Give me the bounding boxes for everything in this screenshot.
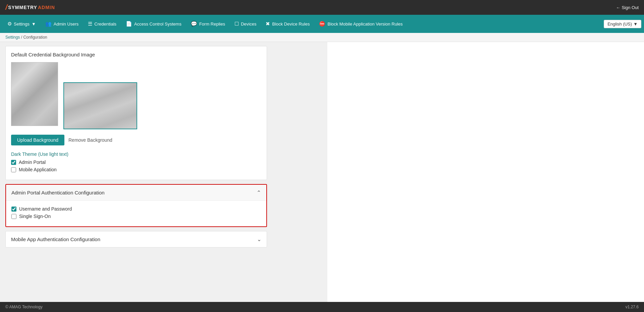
mobile-auth-title: Mobile App Authentication Configuration	[11, 236, 100, 242]
credential-bg-preview	[63, 82, 137, 129]
nav-credentials[interactable]: ☰ Credentials	[83, 15, 121, 33]
block-device-icon: ✖	[266, 21, 270, 27]
single-signon-label: Single Sign-On	[19, 214, 51, 219]
nav-settings-label: Settings	[14, 21, 30, 27]
nav-credentials-label: Credentials	[94, 21, 116, 27]
username-password-label: Username and Password	[19, 206, 72, 212]
auth-panel-body: Username and Password Single Sign-On	[6, 201, 266, 226]
nav-devices[interactable]: ☐ Devices	[230, 15, 261, 33]
credentials-icon: ☰	[88, 21, 92, 27]
logo-symmetry-text: SYMMETRY	[8, 5, 37, 10]
form-replies-icon: 💬	[191, 21, 197, 27]
sign-out-button[interactable]: ← Sign Out	[616, 5, 639, 10]
settings-icon: ⚙	[7, 21, 12, 27]
sign-out-icon: ←	[616, 5, 620, 10]
background-button-row: Upload Background Remove Background	[11, 135, 261, 145]
nav-block-device-rules-label: Block Device Rules	[272, 21, 310, 27]
main-content: Default Credential Background Image Uplo…	[0, 42, 644, 302]
auth-panel-chevron-icon: ⌃	[257, 189, 261, 196]
sign-out-label: Sign Out	[622, 5, 639, 10]
auth-config-panel: Admin Portal Authentication Configuratio…	[5, 184, 267, 227]
nav-form-replies-label: Form Replies	[199, 21, 225, 27]
breadcrumb-separator: /	[20, 35, 23, 40]
dark-theme-label: Dark Theme (Use light text)	[11, 151, 261, 157]
logo-icon: /	[5, 3, 7, 12]
auth-config-title: Admin Portal Authentication Configuratio…	[11, 190, 105, 195]
preview-image	[64, 83, 137, 129]
logo: / SYMMETRY ADMIN	[5, 3, 55, 12]
admin-portal-checkbox[interactable]	[11, 160, 16, 165]
nav-admin-users-label: Admin Users	[54, 21, 78, 27]
language-selector[interactable]: English (US) ▼	[604, 20, 641, 28]
upload-background-button[interactable]: Upload Background	[11, 135, 64, 145]
breadcrumb-settings[interactable]: Settings	[5, 35, 20, 40]
nav-block-mobile-app-label: Block Mobile Application Version Rules	[327, 21, 402, 27]
thumbnail-image	[11, 62, 58, 126]
nav-form-replies[interactable]: 💬 Form Replies	[186, 15, 230, 33]
language-dropdown-icon: ▼	[633, 21, 638, 27]
username-password-checkbox[interactable]	[11, 207, 16, 212]
footer: © AMAG Technology v1.27.6	[0, 302, 644, 312]
settings-dropdown-icon: ▼	[32, 21, 36, 27]
right-panel	[327, 42, 644, 302]
nav-admin-users[interactable]: 👥 Admin Users	[41, 15, 83, 33]
devices-icon: ☐	[234, 21, 239, 27]
single-signon-row: Single Sign-On	[11, 214, 261, 219]
logo-admin-text: ADMIN	[38, 5, 55, 10]
mobile-auth-panel: Mobile App Authentication Configuration …	[5, 231, 267, 248]
username-password-row: Username and Password	[11, 206, 261, 212]
nav-access-control[interactable]: 📄 Access Control Systems	[121, 15, 186, 33]
nav-block-mobile-app[interactable]: ⛔ Block Mobile Application Version Rules	[314, 15, 407, 33]
image-row	[11, 62, 261, 129]
footer-copyright: © AMAG Technology	[5, 305, 43, 309]
nav-bar: ⚙ Settings ▼ 👥 Admin Users ☰ Credentials…	[0, 15, 644, 33]
access-control-icon: 📄	[126, 21, 132, 27]
breadcrumb-configuration: Configuration	[23, 35, 47, 40]
single-signon-checkbox[interactable]	[11, 214, 16, 219]
breadcrumb: Settings / Configuration	[0, 33, 644, 42]
admin-users-icon: 👥	[45, 21, 52, 27]
remove-background-button[interactable]: Remove Background	[68, 135, 112, 145]
mobile-panel-header[interactable]: Mobile App Authentication Configuration …	[6, 231, 267, 247]
mobile-app-checkbox[interactable]	[11, 167, 16, 172]
footer-version: v1.27.6	[626, 305, 639, 309]
mobile-panel-chevron-icon: ⌄	[257, 236, 261, 242]
nav-settings[interactable]: ⚙ Settings ▼	[3, 15, 41, 33]
block-mobile-icon: ⛔	[319, 21, 325, 27]
nav-block-device-rules[interactable]: ✖ Block Device Rules	[261, 15, 314, 33]
nav-access-control-label: Access Control Systems	[134, 21, 181, 27]
credential-bg-thumbnail	[11, 62, 58, 126]
content-area: Default Credential Background Image Uplo…	[0, 42, 327, 302]
admin-portal-checkbox-row: Admin Portal	[11, 160, 261, 165]
language-label: English (US)	[607, 21, 632, 27]
auth-panel-header[interactable]: Admin Portal Authentication Configuratio…	[6, 185, 266, 201]
admin-portal-label: Admin Portal	[19, 160, 46, 165]
credential-bg-panel: Default Credential Background Image Uplo…	[5, 46, 267, 180]
mobile-app-checkbox-row: Mobile Application	[11, 167, 261, 172]
mobile-app-label: Mobile Application	[19, 167, 57, 172]
credential-bg-title: Default Credential Background Image	[11, 52, 261, 57]
top-bar: / SYMMETRY ADMIN ← Sign Out	[0, 0, 644, 15]
nav-devices-label: Devices	[241, 21, 256, 27]
